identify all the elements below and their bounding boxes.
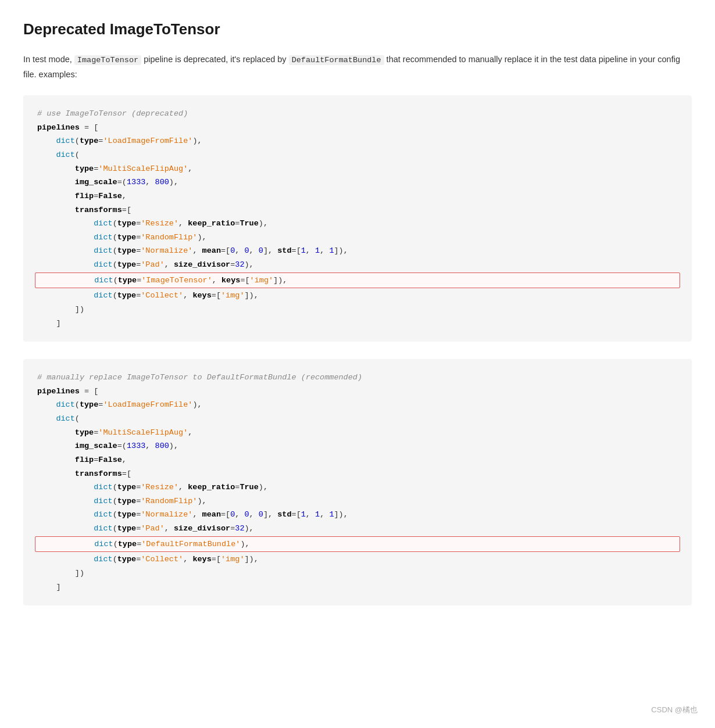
code-line: pipelines = [ [37,121,678,135]
code-line: ]) [37,303,678,317]
inline-code-defaultformatbundle: DefaultFormatBundle [289,55,384,65]
code-line: dict( [37,412,678,426]
intro-paragraph: In test mode, ImageToTensor pipeline is … [23,52,692,82]
highlighted-line-imagetotensor: dict(type='ImageToTensor', keys=['img'])… [35,272,680,289]
comment-line-2: # manually replace ImageToTensor to Defa… [37,371,678,385]
code-line: dict(type='RandomFlip'), [37,231,678,245]
code-line: type='MultiScaleFlipAug', [37,162,678,176]
code-block-recommended: # manually replace ImageToTensor to Defa… [23,359,692,605]
code-line: ] [37,317,678,331]
code-line: flip=False, [37,189,678,203]
code-line: dict( [37,148,678,162]
code-line: dict(type='Normalize', mean=[0, 0, 0], s… [37,508,678,522]
page-title: Deprecated ImageToTensor [23,17,692,42]
code-line: dict(type='Pad', size_divisor=32), [37,522,678,536]
code-line: transforms=[ [37,467,678,481]
code-line: img_scale=(1333, 800), [37,175,678,189]
code-line: type='MultiScaleFlipAug', [37,426,678,440]
comment-line-1: # use ImageToTensor (deprecated) [37,107,678,121]
code-line: pipelines = [ [37,385,678,399]
code-line: dict(type='LoadImageFromFile'), [37,398,678,412]
code-line: ] [37,580,678,594]
code-line: dict(type='Resize', keep_ratio=True), [37,480,678,494]
code-line: transforms=[ [37,203,678,217]
inline-code-imagetotensor: ImageToTensor [74,55,141,65]
code-block-deprecated: # use ImageToTensor (deprecated) pipelin… [23,95,692,342]
code-line: dict(type='Collect', keys=['img']), [37,553,678,566]
code-line: img_scale=(1333, 800), [37,439,678,453]
code-line: dict(type='Normalize', mean=[0, 0, 0], s… [37,244,678,258]
code-line: flip=False, [37,453,678,467]
code-line: dict(type='Pad', size_divisor=32), [37,258,678,272]
code-line: dict(type='Resize', keep_ratio=True), [37,217,678,231]
code-line: dict(type='LoadImageFromFile'), [37,134,678,148]
highlighted-line-defaultformatbundle: dict(type='DefaultFormatBundle'), [35,536,680,553]
code-line: ]) [37,566,678,580]
code-line: dict(type='Collect', keys=['img']), [37,289,678,303]
code-line: dict(type='RandomFlip'), [37,494,678,508]
